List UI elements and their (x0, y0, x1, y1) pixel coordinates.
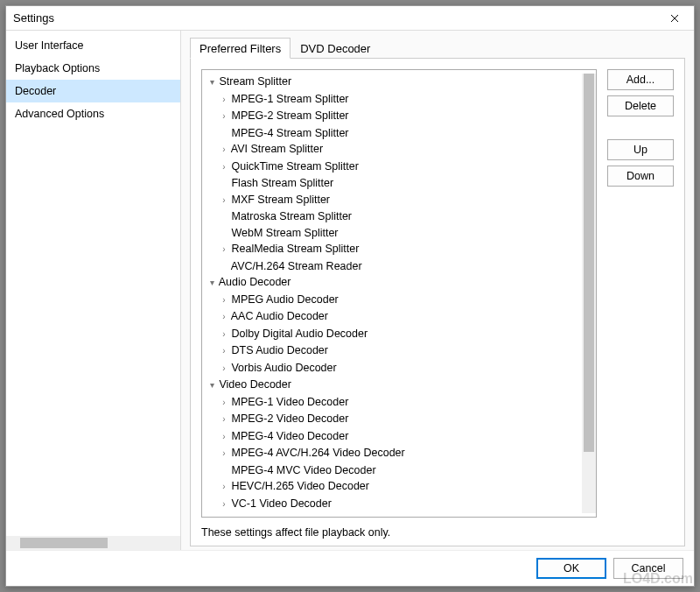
chevron-right-icon[interactable]: › (220, 412, 228, 428)
tree-node[interactable]: WebM Stream Splitter (206, 225, 582, 242)
tree-node-label: MPEG Audio Decoder (228, 293, 339, 306)
up-button[interactable]: Up (607, 139, 674, 160)
chevron-right-icon[interactable]: › (220, 159, 228, 176)
chevron-right-icon[interactable]: › (220, 242, 228, 258)
tree-node[interactable]: MPEG-4 Stream Splitter (206, 125, 582, 142)
chevron-right-icon[interactable]: › (220, 92, 228, 109)
close-button[interactable] (655, 6, 694, 31)
sidebar-hscrollbar-thumb[interactable] (20, 538, 108, 548)
tree-node[interactable]: › HEVC/H.265 Video Decoder (206, 478, 582, 496)
tree-node-label: Video Decoder (216, 378, 291, 391)
tree-node-label: Flash Stream Splitter (228, 177, 333, 189)
sidebar-list: User InterfacePlayback OptionsDecoderAdv… (6, 31, 180, 536)
add-button[interactable]: Add... (607, 69, 674, 90)
tab-panel-preferred-filters: ▾ Stream Splitter› MPEG-1 Stream Splitte… (190, 59, 685, 546)
tree-node[interactable]: › MPEG-4 Video Decoder (206, 428, 582, 446)
chevron-down-icon[interactable]: ▾ (207, 275, 216, 292)
tree-node[interactable]: ▾ Video Decoder (206, 377, 582, 394)
tree-node-label: MPEG-1 Video Decoder (228, 396, 348, 408)
delete-button[interactable]: Delete (607, 95, 674, 116)
tree-node[interactable]: ▾ Stream Splitter (206, 74, 582, 91)
tree-node[interactable]: MPEG-4 MVC Video Decoder (206, 462, 582, 479)
tree-node[interactable]: › Dolby Digital Audio Decoder (206, 326, 582, 343)
chevron-right-icon[interactable]: › (220, 497, 228, 513)
sidebar-item-user-interface[interactable]: User Interface (6, 34, 180, 57)
chevron-down-icon[interactable]: ▾ (207, 377, 216, 394)
sidebar-item-advanced-options[interactable]: Advanced Options (6, 102, 180, 125)
tree-node-label: WebM Stream Splitter (228, 227, 339, 239)
chevron-right-icon[interactable]: › (220, 309, 228, 326)
tree-node[interactable]: Matroska Stream Splitter (206, 208, 582, 225)
chevron-right-icon[interactable]: › (220, 142, 228, 159)
tree-node-label: VC-1 Video Decoder (228, 497, 332, 510)
tree-vscrollbar-thumb[interactable] (584, 74, 594, 452)
footer-note: These settings affect file playback only… (201, 518, 674, 539)
tree-node[interactable]: › VC-1 Video Decoder (206, 496, 582, 513)
cancel-button[interactable]: Cancel (613, 558, 683, 579)
titlebar: Settings (6, 6, 694, 31)
chevron-right-icon[interactable]: › (220, 292, 228, 309)
tree-node[interactable]: › MPEG-2 Video Decoder (206, 411, 582, 428)
tree-node-label: MPEG-2 Video Decoder (228, 412, 348, 425)
main-panel: Preferred FiltersDVD Decoder ▾ Stream Sp… (181, 31, 694, 550)
tree-node-label: Stream Splitter (216, 75, 291, 88)
button-column: Add... Delete Up Down (607, 69, 674, 518)
tree-node[interactable]: › MPEG-1 Video Decoder (206, 394, 582, 412)
window-body: User InterfacePlayback OptionsDecoderAdv… (6, 31, 694, 550)
chevron-right-icon[interactable]: › (220, 395, 228, 412)
tree-node-label: RealMedia Stream Splitter (228, 243, 359, 255)
tree-node-label: MPEG-2 Stream Splitter (228, 109, 349, 122)
tree-node-label: MPEG-4 Video Decoder (228, 430, 348, 442)
tree-node[interactable]: AVC/H.264 Stream Reader (206, 258, 582, 275)
chevron-right-icon[interactable]: › (220, 109, 228, 125)
tree-node[interactable]: › AAC Audio Decoder (206, 308, 582, 326)
chevron-right-icon[interactable]: › (220, 361, 228, 377)
tree-node[interactable]: ▾ Audio Decoder (206, 274, 582, 292)
tab-strip: Preferred FiltersDVD Decoder (190, 38, 685, 59)
tree-vscrollbar[interactable] (582, 74, 596, 513)
tree-node[interactable]: › AVI Stream Splitter (206, 141, 582, 159)
tree-node[interactable]: › MXF Stream Splitter (206, 192, 582, 209)
chevron-right-icon[interactable]: › (220, 193, 228, 209)
window-title: Settings (13, 11, 54, 25)
tree-node-label: Matroska Stream Splitter (228, 210, 352, 222)
tree-node[interactable]: › QuickTime Stream Splitter (206, 159, 582, 176)
tree-node[interactable]: › MPEG-4 AVC/H.264 Video Decoder (206, 445, 582, 462)
settings-window: Settings User InterfacePlayback OptionsD… (5, 5, 695, 587)
tree-node-label: MPEG-4 Stream Splitter (228, 127, 349, 139)
down-button[interactable]: Down (607, 166, 674, 187)
tree-node-label: DTS Audio Decoder (228, 344, 328, 356)
tree-node[interactable]: › MPEG Audio Decoder (206, 292, 582, 309)
tree-node[interactable]: › MPEG-2 Stream Splitter (206, 108, 582, 125)
sidebar-hscrollbar[interactable] (6, 536, 180, 550)
button-gap (607, 122, 674, 134)
tree-node-label: MXF Stream Splitter (228, 194, 330, 206)
tree-node[interactable]: › DTS Audio Decoder (206, 342, 582, 360)
tree-node-label: HEVC/H.265 Video Decoder (228, 480, 369, 492)
tree-node-label: AVI Stream Splitter (228, 143, 323, 155)
tree-node-label: Vorbis Audio Decoder (228, 362, 337, 374)
tree-node[interactable]: › Vorbis Audio Decoder (206, 360, 582, 377)
tree-node[interactable]: › RealMedia Stream Splitter (206, 241, 582, 258)
chevron-right-icon[interactable]: › (220, 327, 228, 343)
tree-node[interactable]: Flash Stream Splitter (206, 175, 582, 192)
tree-node[interactable]: › VP8 Video Decoder (206, 512, 582, 513)
ok-button[interactable]: OK (536, 558, 606, 579)
tree-node-label: AAC Audio Decoder (228, 310, 328, 322)
chevron-right-icon[interactable]: › (220, 429, 228, 446)
chevron-down-icon[interactable]: ▾ (207, 74, 216, 91)
tree-node[interactable]: › MPEG-1 Stream Splitter (206, 91, 582, 109)
sidebar-item-decoder[interactable]: Decoder (6, 80, 180, 102)
chevron-right-icon[interactable]: › (220, 343, 228, 360)
tree-node-label: Audio Decoder (216, 276, 290, 288)
sidebar-item-playback-options[interactable]: Playback Options (6, 57, 180, 80)
chevron-right-icon[interactable]: › (220, 446, 228, 462)
tree-node-label: MPEG-4 MVC Video Decoder (228, 464, 376, 476)
chevron-right-icon[interactable]: › (220, 479, 228, 496)
tab-dvd-decoder[interactable]: DVD Decoder (290, 38, 380, 58)
dialog-button-row: OK Cancel (6, 550, 694, 586)
filter-tree[interactable]: ▾ Stream Splitter› MPEG-1 Stream Splitte… (201, 69, 597, 518)
tree-node-label: MPEG-1 Stream Splitter (228, 93, 349, 105)
tree-node-label: MPEG-4 AVC/H.264 Video Decoder (228, 447, 405, 459)
tab-preferred-filters[interactable]: Preferred Filters (190, 38, 290, 59)
